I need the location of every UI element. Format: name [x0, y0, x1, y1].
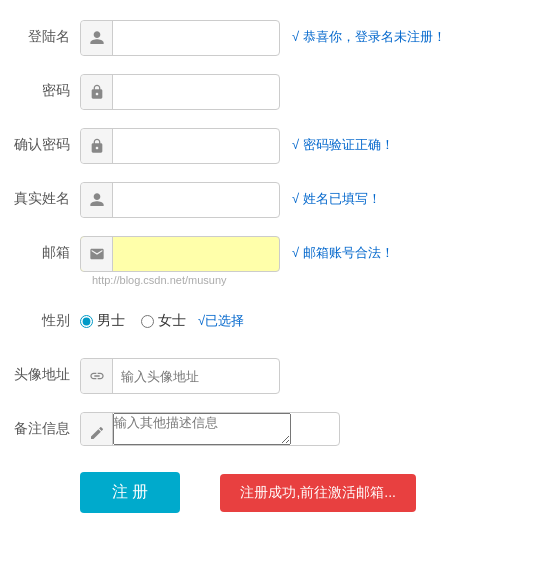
email-input[interactable]: 1250052380@qq.com: [113, 237, 297, 271]
gender-male-label: 男士: [97, 312, 125, 330]
gender-female-label: 女士: [158, 312, 186, 330]
gender-row: 性别 男士 女士 √已选择: [10, 304, 523, 340]
avatar-input[interactable]: [113, 359, 297, 393]
confirm-password-label: 确认密码: [10, 128, 80, 154]
lock-icon: [81, 75, 113, 109]
realname-label: 真实姓名: [10, 182, 80, 208]
username-input[interactable]: 世界你好你好: [113, 21, 297, 55]
activate-button[interactable]: 注册成功,前往激活邮箱...: [220, 474, 416, 512]
notes-label: 备注信息: [10, 412, 80, 438]
email-label: 邮箱: [10, 236, 80, 262]
notes-row: 备注信息: [10, 412, 523, 448]
realname-row: 真实姓名 Tomcat √ 姓名已填写！: [10, 182, 523, 218]
confirm-password-validation: √ 密码验证正确！: [292, 128, 394, 154]
confirm-password-input-wrapper: ············: [80, 128, 280, 164]
email-icon: [81, 237, 113, 271]
username-validation: √ 恭喜你，登录名未注册！: [292, 20, 446, 46]
password-row: 密码 ············: [10, 74, 523, 110]
gender-male-option[interactable]: 男士: [80, 312, 125, 330]
notes-textarea[interactable]: [113, 413, 291, 445]
notes-textarea-wrapper: [80, 412, 340, 446]
realname-input[interactable]: Tomcat: [113, 183, 297, 217]
button-row: 注 册 注册成功,前往激活邮箱...: [10, 472, 523, 513]
email-input-wrapper: 1250052380@qq.com: [80, 236, 280, 272]
edit-icon: [81, 413, 113, 445]
link-icon: [81, 359, 113, 393]
gender-female-radio[interactable]: [141, 315, 154, 328]
gender-validation: √已选择: [198, 304, 244, 330]
username-input-wrapper: 世界你好你好: [80, 20, 280, 56]
lock2-icon: [81, 129, 113, 163]
password-input[interactable]: ············: [113, 75, 297, 109]
register-button[interactable]: 注 册: [80, 472, 180, 513]
confirm-password-input[interactable]: ············: [113, 129, 297, 163]
realname-validation: √ 姓名已填写！: [292, 182, 381, 208]
user2-icon: [81, 183, 113, 217]
username-row: 登陆名 世界你好你好 √ 恭喜你，登录名未注册！: [10, 20, 523, 56]
gender-label: 性别: [10, 304, 80, 330]
email-row: 邮箱 1250052380@qq.com http://blog.csdn.ne…: [10, 236, 523, 286]
username-label: 登陆名: [10, 20, 80, 46]
email-validation: √ 邮箱账号合法！: [292, 236, 394, 262]
password-input-wrapper: ············: [80, 74, 280, 110]
email-col: 1250052380@qq.com http://blog.csdn.net/m…: [80, 236, 280, 286]
gender-female-option[interactable]: 女士: [141, 312, 186, 330]
watermark-text: http://blog.csdn.net/musuny: [92, 272, 280, 286]
avatar-input-wrapper: [80, 358, 280, 394]
user-icon: [81, 21, 113, 55]
gender-male-radio[interactable]: [80, 315, 93, 328]
confirm-password-row: 确认密码 ············ √ 密码验证正确！: [10, 128, 523, 164]
avatar-row: 头像地址: [10, 358, 523, 394]
password-label: 密码: [10, 74, 80, 100]
avatar-label: 头像地址: [10, 358, 80, 384]
realname-input-wrapper: Tomcat: [80, 182, 280, 218]
gender-options: 男士 女士: [80, 304, 186, 330]
